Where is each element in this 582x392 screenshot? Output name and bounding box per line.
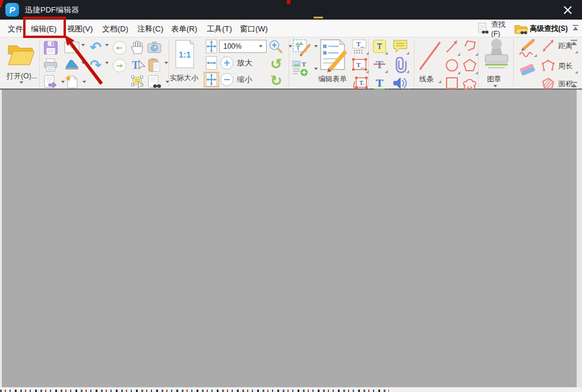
menu-tools[interactable]: 工具(T) xyxy=(207,24,232,34)
prev-view-button[interactable]: ← xyxy=(111,39,128,56)
actual-size-button[interactable]: 1:1 xyxy=(174,39,197,70)
print-button[interactable] xyxy=(42,57,59,74)
redo-button[interactable]: ↷ xyxy=(87,57,104,74)
rotate-right-icon: ↻ xyxy=(270,74,282,88)
document-canvas[interactable] xyxy=(0,90,582,387)
save-button[interactable] xyxy=(42,39,59,56)
new-doc-dropdown[interactable] xyxy=(83,81,86,83)
collapse-toolbar-top-button[interactable] xyxy=(570,38,578,49)
zoom-level-combobox[interactable]: 100% xyxy=(219,40,267,53)
sound-button[interactable] xyxy=(391,75,409,91)
attach-file-button[interactable] xyxy=(391,56,409,73)
form-field-button[interactable]: T_ xyxy=(351,56,369,73)
corner-flag xyxy=(475,53,478,56)
doc-find-dropdown[interactable] xyxy=(166,81,169,83)
open-button[interactable] xyxy=(6,40,37,68)
t-glyph: T xyxy=(376,59,384,71)
open-dropdown[interactable] xyxy=(20,81,23,84)
fit-page-button[interactable] xyxy=(204,39,219,54)
stamp-button[interactable] xyxy=(480,37,513,73)
paste-dropdown[interactable] xyxy=(165,62,168,64)
hand-tool-button[interactable] xyxy=(129,39,146,56)
zoom-out-icon: − xyxy=(220,73,233,86)
collapse-icon xyxy=(570,40,578,46)
corner-flag xyxy=(406,52,409,55)
select-text-button[interactable]: T xyxy=(129,57,146,74)
scanner-dropdown[interactable] xyxy=(81,62,85,64)
next-view-button[interactable]: → xyxy=(111,57,128,74)
tab-order-button[interactable]: T. xyxy=(351,75,369,91)
note-button[interactable] xyxy=(391,38,409,55)
corner-flag xyxy=(457,53,460,56)
separator xyxy=(414,39,415,87)
fit-visible-button[interactable] xyxy=(204,72,219,87)
edit-object-button[interactable]: T xyxy=(291,38,312,57)
separator xyxy=(513,39,514,87)
rotate-left-button[interactable]: ↺ xyxy=(268,56,284,72)
menu-document[interactable]: 文档(D) xyxy=(102,24,128,34)
line-tool-button[interactable] xyxy=(416,37,444,73)
rotate-right-button[interactable]: ↻ xyxy=(268,72,284,89)
circle-shape-button[interactable] xyxy=(444,56,460,74)
snapshot-button[interactable] xyxy=(146,39,163,56)
doc-find-icon xyxy=(147,74,162,90)
eraser-button[interactable] xyxy=(518,60,537,79)
scroll-area[interactable] xyxy=(577,90,582,387)
stamp-label: 图章 xyxy=(487,74,501,84)
menu-window[interactable]: 窗口(W) xyxy=(240,24,268,34)
separator xyxy=(478,39,479,87)
menu-edit[interactable]: 编辑(E) xyxy=(31,24,56,34)
scanner-button[interactable] xyxy=(64,57,80,74)
collapse-menubar-button[interactable] xyxy=(572,23,579,34)
advanced-find-button[interactable]: 高级查找(S) xyxy=(514,21,574,36)
email-button[interactable] xyxy=(64,39,80,56)
zoom-in-button[interactable]: + 放大 xyxy=(220,56,252,69)
zoom-tool-button[interactable] xyxy=(267,38,285,56)
corner-flag xyxy=(575,50,578,53)
redo-dropdown[interactable] xyxy=(105,62,109,64)
doc-find-button[interactable] xyxy=(146,74,163,90)
paste-button[interactable] xyxy=(146,57,163,74)
freehand-pencil-button[interactable] xyxy=(518,38,537,57)
line-icon xyxy=(416,37,444,73)
pentagon-shape-button[interactable] xyxy=(461,56,478,74)
menu-view[interactable]: 视图(V) xyxy=(67,24,93,34)
text-field-button[interactable]: T_ xyxy=(351,38,369,55)
menu-file[interactable]: 文件 xyxy=(8,24,23,34)
close-icon xyxy=(564,6,572,14)
select-text-icon: T xyxy=(130,58,146,72)
underline-text-button[interactable]: T xyxy=(371,75,388,91)
undo-dropdown[interactable] xyxy=(105,44,109,46)
camera-icon xyxy=(147,40,162,55)
export-doc-button[interactable] xyxy=(42,74,59,90)
zoom-out-label: 缩小 xyxy=(237,74,252,85)
add-image-text-button[interactable]: T xyxy=(291,59,312,80)
edit-form-button[interactable] xyxy=(317,37,348,73)
t-glyph: T xyxy=(376,77,384,89)
select-annot-button[interactable] xyxy=(129,74,146,90)
actual-size-icon: 1:1 xyxy=(174,39,195,69)
zoom-out-button[interactable]: − 缩小 xyxy=(220,73,252,86)
close-button[interactable] xyxy=(559,3,577,17)
paperclip-icon xyxy=(393,57,407,73)
perimeter-button[interactable]: 周长 xyxy=(540,58,578,74)
stamp-dropdown[interactable] xyxy=(494,85,497,87)
arrow-shape-button[interactable] xyxy=(444,38,460,56)
fit-width-button[interactable] xyxy=(204,55,219,71)
menu-comment[interactable]: 注释(C) xyxy=(137,24,163,34)
corner-flag xyxy=(385,70,388,73)
email-icon xyxy=(64,42,80,53)
zoom-combo-dropdown[interactable] xyxy=(259,45,262,48)
undo-icon: ↶ xyxy=(90,40,102,55)
menu-form[interactable]: 表单(R) xyxy=(171,24,197,34)
strikeout-text-icon: T xyxy=(376,59,384,71)
paste-icon xyxy=(147,58,162,73)
email-dropdown[interactable] xyxy=(81,44,85,46)
strikeout-text-button[interactable]: T xyxy=(371,56,388,73)
polyline-shape-button[interactable] xyxy=(461,38,478,56)
new-doc-button[interactable] xyxy=(64,74,80,90)
highlight-text-button[interactable]: T xyxy=(371,38,388,55)
undo-button[interactable]: ↶ xyxy=(87,39,104,56)
find-button[interactable]: 查找(F) xyxy=(477,22,514,35)
perimeter-icon xyxy=(540,58,556,74)
